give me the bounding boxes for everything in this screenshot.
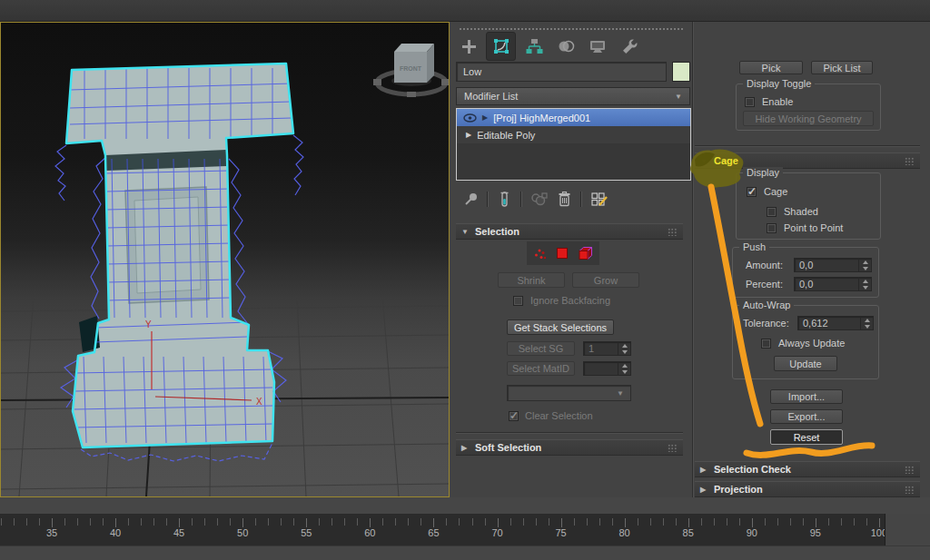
expand-icon: ▶ bbox=[461, 444, 469, 452]
timeline-ruler[interactable]: 35404550556065707580859095100 bbox=[0, 514, 885, 545]
select-sg-button[interactable]: Select SG bbox=[507, 341, 575, 356]
percent-spinner[interactable]: 0,0 bbox=[794, 277, 872, 291]
auto-wrap-title: Auto-Wrap bbox=[739, 300, 794, 310]
shaded-checkbox[interactable] bbox=[767, 207, 777, 217]
configure-modifier-sets-icon[interactable] bbox=[590, 191, 608, 207]
hide-working-geometry-button[interactable]: Hide Working Geometry bbox=[743, 111, 874, 126]
modifier-list-dropdown[interactable]: Modifier List ▼ bbox=[456, 87, 690, 105]
get-stack-selections-button[interactable]: Get Stack Selections bbox=[507, 319, 614, 335]
expand-arrow-icon[interactable]: ▶ bbox=[466, 131, 471, 139]
cage-checkbox-label: Cage bbox=[764, 186, 787, 197]
plus-icon bbox=[460, 37, 478, 55]
show-end-result-icon[interactable] bbox=[497, 192, 512, 207]
selection-check-title: Selection Check bbox=[714, 464, 791, 475]
vertex-subobject-icon[interactable] bbox=[533, 247, 547, 260]
rollout-grip-icon[interactable] bbox=[905, 466, 915, 474]
expand-arrow-icon[interactable]: ▶ bbox=[482, 113, 488, 122]
object-name-input[interactable]: Low bbox=[456, 62, 667, 82]
select-matid-button[interactable]: Select MatID bbox=[507, 361, 575, 376]
timeline-frame-label: 60 bbox=[364, 527, 375, 538]
rollout-grip-icon[interactable] bbox=[668, 444, 678, 452]
matid-spinner[interactable] bbox=[583, 361, 631, 376]
projection-rollout-title: Projection bbox=[714, 484, 763, 495]
expand-icon: ▶ bbox=[700, 486, 707, 494]
viewcube-front-label: FRONT bbox=[400, 65, 422, 72]
make-unique-icon[interactable] bbox=[530, 192, 549, 207]
tab-modify[interactable] bbox=[486, 32, 516, 61]
toolbar-separator bbox=[487, 192, 489, 207]
cage-rollout-header[interactable]: ▼ Cage bbox=[695, 152, 920, 169]
timeline-frame-label: 40 bbox=[110, 527, 121, 538]
ignore-backfacing-label: Ignore Backfacing bbox=[530, 295, 610, 306]
remove-modifier-trash-icon[interactable] bbox=[557, 191, 572, 207]
tolerance-spinner[interactable]: 0,612 bbox=[797, 316, 874, 330]
face-subobject-icon[interactable] bbox=[556, 247, 569, 260]
tolerance-label: Tolerance: bbox=[743, 318, 789, 329]
spinner-arrows-icon[interactable] bbox=[618, 362, 630, 375]
pick-button[interactable]: Pick bbox=[739, 61, 803, 74]
import-button[interactable]: Import... bbox=[770, 389, 843, 404]
timeline-frame-label: 95 bbox=[810, 527, 821, 538]
selection-rollout-header[interactable]: ▼ Selection bbox=[456, 223, 683, 240]
shaded-label: Shaded bbox=[784, 206, 818, 217]
stack-item-editable-poly[interactable]: ▶ Editable Poly bbox=[457, 126, 690, 143]
always-update-checkbox[interactable] bbox=[761, 339, 771, 349]
update-button[interactable]: Update bbox=[774, 356, 837, 371]
pedestal-model bbox=[55, 64, 303, 461]
spinner-arrows-icon[interactable] bbox=[618, 342, 630, 355]
panel-column-divider bbox=[692, 22, 694, 497]
rollout-groove bbox=[695, 145, 920, 147]
rollout-grip-icon[interactable] bbox=[668, 228, 678, 236]
viewcube[interactable]: FRONT bbox=[373, 44, 449, 97]
rollout-grip-icon[interactable] bbox=[905, 157, 915, 165]
projection-rollout-header[interactable]: ▶ Projection bbox=[695, 481, 920, 497]
export-button[interactable]: Export... bbox=[770, 409, 843, 424]
command-panel-tabs bbox=[454, 32, 690, 61]
always-update-label: Always Update bbox=[778, 338, 845, 349]
chevron-down-icon: ▼ bbox=[617, 389, 624, 398]
amount-spinner[interactable]: 0,0 bbox=[794, 258, 872, 272]
tab-create[interactable] bbox=[454, 33, 482, 60]
selection-check-rollout-header[interactable]: ▶ Selection Check bbox=[695, 461, 920, 477]
ignore-backfacing-checkbox[interactable] bbox=[513, 296, 523, 306]
toolbar-separator bbox=[520, 192, 522, 207]
stack-item-projection[interactable]: ▶ [Proj] HighMerged001 bbox=[457, 109, 690, 126]
timeline-frame-label: 100 bbox=[871, 527, 885, 538]
panel-drag-handle[interactable] bbox=[460, 28, 683, 30]
object-color-swatch[interactable] bbox=[672, 62, 690, 82]
stack-item-label: Editable Poly bbox=[477, 130, 535, 141]
wrench-icon bbox=[620, 37, 638, 55]
modifier-list-label: Modifier List bbox=[464, 91, 518, 102]
enable-checkbox[interactable] bbox=[745, 97, 755, 107]
tab-utilities[interactable] bbox=[615, 33, 643, 60]
point-to-point-checkbox[interactable] bbox=[767, 223, 777, 233]
spinner-arrows-icon[interactable] bbox=[858, 259, 871, 271]
timeline-frame-label: 85 bbox=[683, 527, 694, 538]
cage-checkbox[interactable] bbox=[747, 187, 757, 197]
display-icon bbox=[589, 37, 607, 55]
soft-selection-rollout-header[interactable]: ▶ Soft Selection bbox=[456, 439, 683, 456]
grow-button[interactable]: Grow bbox=[572, 272, 639, 288]
spinner-arrows-icon[interactable] bbox=[860, 317, 873, 329]
tab-hierarchy[interactable] bbox=[519, 33, 548, 60]
pin-stack-icon[interactable] bbox=[463, 192, 479, 207]
rollout-grip-icon[interactable] bbox=[905, 486, 915, 494]
display-toggle-title: Display Toggle bbox=[743, 78, 815, 89]
pick-list-button[interactable]: Pick List bbox=[811, 61, 873, 74]
track-bar[interactable] bbox=[0, 497, 930, 514]
element-subobject-icon[interactable] bbox=[578, 246, 593, 260]
top-bar bbox=[0, 0, 930, 22]
clear-selection-checkbox[interactable] bbox=[509, 411, 519, 421]
tab-display[interactable] bbox=[583, 33, 611, 60]
spinner-arrows-icon[interactable] bbox=[858, 278, 871, 290]
push-group-title: Push bbox=[739, 241, 769, 252]
shrink-button[interactable]: Shrink bbox=[498, 272, 565, 288]
viewport[interactable]: Y X FRONT bbox=[0, 22, 450, 497]
timeline-frame-label: 90 bbox=[747, 527, 757, 538]
eye-icon[interactable] bbox=[463, 113, 477, 123]
sg-spinner[interactable]: 1 bbox=[583, 341, 631, 356]
tab-motion[interactable] bbox=[551, 33, 579, 60]
reset-button[interactable]: Reset bbox=[770, 429, 843, 445]
timeline-frame-label: 65 bbox=[428, 527, 439, 538]
named-selection-dropdown[interactable]: ▼ bbox=[507, 385, 631, 401]
